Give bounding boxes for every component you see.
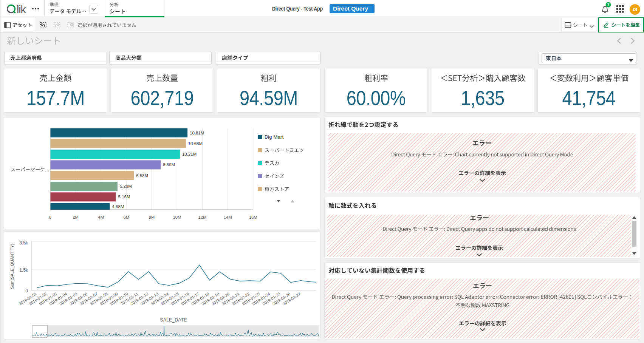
svg-text:8M: 8M: [149, 215, 155, 219]
svg-text:lik: lik: [17, 3, 26, 15]
svg-text:7: 7: [607, 2, 609, 7]
svg-text:5.29M: 5.29M: [120, 184, 132, 188]
svg-text:8.69M: 8.69M: [163, 162, 175, 167]
svg-text:10M: 10M: [173, 215, 181, 219]
svg-text:2M: 2M: [73, 215, 79, 219]
svg-text:4.68M: 4.68M: [112, 204, 124, 209]
svg-text:6M: 6M: [123, 215, 129, 219]
svg-text:12M: 12M: [198, 215, 207, 219]
svg-text:5.16M: 5.16M: [118, 195, 130, 199]
svg-text:4M: 4M: [98, 215, 104, 219]
svg-text:14M: 14M: [224, 215, 232, 219]
svg-text:10.81M: 10.81M: [190, 131, 204, 135]
svg-text:16M: 16M: [249, 215, 257, 219]
svg-text:0: 0: [25, 288, 28, 294]
svg-text:1.5k: 1.5k: [19, 267, 28, 273]
svg-text:SALE_DATE: SALE_DATE: [160, 317, 187, 323]
svg-text:3.5k: 3.5k: [19, 240, 28, 246]
svg-text:10.68M: 10.68M: [188, 141, 203, 146]
svg-text:10.21M: 10.21M: [182, 152, 197, 156]
svg-text:6.58M: 6.58M: [136, 173, 148, 178]
svg-text:0: 0: [49, 215, 51, 219]
